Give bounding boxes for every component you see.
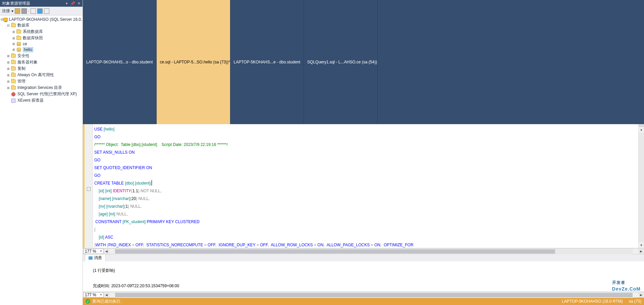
status-user: sa (73): [629, 299, 641, 304]
folder-icon: [11, 86, 16, 90]
toolbar-icon-2[interactable]: [21, 8, 27, 14]
expander-icon[interactable]: ⊞: [6, 86, 11, 90]
folder-icon: [16, 36, 21, 40]
sql-editor[interactable]: − − USE [hello] GO /****** Object: Table…: [83, 124, 644, 248]
folder-icon: [16, 30, 21, 34]
folder-icon: [11, 54, 16, 58]
toolbar-icon-4[interactable]: [37, 8, 43, 14]
tree-node[interactable]: ⊞ce: [1, 41, 82, 47]
tree-node[interactable]: ⊞服务器对象: [1, 59, 82, 65]
object-tree[interactable]: ⊟ LAPTOP-5KOHAHSO (SQL Server 16.0.1000.…: [0, 15, 83, 305]
toolbar-icon-5[interactable]: [44, 8, 49, 14]
success-icon: ✓: [86, 299, 90, 304]
tree-node[interactable]: ⊞管理: [1, 78, 82, 85]
document-tab[interactable]: SQLQuery1.sql - L...AHSO.ce (sa (54))*: [304, 0, 378, 124]
tree-node[interactable]: ⊞hello: [1, 47, 82, 53]
folder-icon: [11, 23, 16, 27]
tree-node[interactable]: ⊞复制: [1, 65, 82, 72]
db-icon: [17, 48, 21, 52]
messages-icon: [89, 256, 93, 260]
tree-label: 数据库快照: [23, 35, 43, 41]
tree-label: 数据库: [17, 22, 30, 28]
expander-icon[interactable]: ⊞: [11, 30, 16, 34]
code-margin: − −: [83, 124, 93, 248]
editor-zoom-row: 177 %▼ ◀▶: [83, 248, 644, 254]
expander-icon[interactable]: ⊞: [6, 61, 11, 64]
message-line: 完成时间: 2023-07-09T22:20:53.1534759+08:00: [93, 282, 634, 290]
folder-icon: [11, 67, 16, 70]
status-server: LAPTOP-5KOHAHSO (16.0 RTM): [562, 299, 623, 304]
expander-icon[interactable]: ⊞: [11, 37, 16, 40]
tree-label: Always On 高可用性: [17, 72, 54, 78]
tree-label: 安全性: [17, 53, 30, 59]
tree-label: ce: [23, 42, 27, 46]
tree-node[interactable]: ⊟数据库: [1, 22, 82, 29]
tree-label: SQL Server 代理(已禁用代理 XP): [17, 91, 77, 97]
folder-icon: [11, 73, 16, 77]
connect-label[interactable]: 连接: [2, 8, 10, 14]
tree-node[interactable]: ⊞安全性: [1, 53, 82, 59]
expander-icon[interactable]: ⊟: [6, 24, 11, 27]
agent-icon: [11, 92, 15, 96]
tree-node[interactable]: ⊞系统数据库: [1, 29, 82, 35]
tree-label: 系统数据库: [23, 29, 43, 35]
horizontal-scrollbar[interactable]: ◀▶: [104, 292, 644, 298]
vertical-scrollbar[interactable]: ▲▼: [638, 124, 644, 248]
status-bar: ✓ 查询已成功执行。 LAPTOP-5KOHAHSO (16.0 RTM) sa…: [83, 298, 644, 305]
fold-button[interactable]: −: [87, 187, 91, 191]
document-tab[interactable]: ce.sql - LAPTOP-5...SO.hello (sa (73))*📌…: [157, 0, 230, 124]
tree-node[interactable]: SQL Server 代理(已禁用代理 XP): [1, 91, 82, 97]
document-tabs: LAPTOP-5KOHAHS...o - dbo.studentce.sql -…: [83, 0, 644, 124]
expander-icon[interactable]: ⊞: [6, 67, 11, 70]
dropdown-icon[interactable]: ▾: [66, 1, 68, 5]
expander-icon[interactable]: ⊞: [11, 42, 16, 46]
zoom-selector[interactable]: 177 %▼: [84, 249, 104, 254]
tree-label: 复制: [17, 66, 25, 71]
tree-label: Integration Services 目录: [17, 85, 62, 91]
horizontal-scrollbar[interactable]: ◀▶: [104, 248, 644, 254]
message-line: (1 行受影响): [93, 267, 634, 274]
expander-icon[interactable]: ⊞: [6, 80, 11, 83]
tree-root[interactable]: ⊟ LAPTOP-5KOHAHSO (SQL Server 16.0.1000.…: [1, 17, 82, 22]
results-tabs: 消息: [83, 254, 644, 261]
sidebar-toolbar: 连接▾ |: [0, 7, 83, 15]
server-icon: [3, 18, 8, 21]
toolbar-icon-1[interactable]: [15, 8, 20, 14]
splitter-icon[interactable]: [639, 124, 644, 127]
document-tab[interactable]: LAPTOP-5KOHAHS...o - dbo.student: [83, 0, 157, 124]
status-message: 查询已成功执行。: [92, 299, 124, 304]
messages-tab[interactable]: 消息: [85, 254, 106, 261]
messages-panel[interactable]: (1 行受影响) 完成时间: 2023-07-09T22:20:53.15347…: [83, 261, 644, 292]
close-icon[interactable]: ✕: [77, 1, 80, 5]
expander-icon[interactable]: ⊞: [6, 54, 11, 58]
tree-node[interactable]: ⊞Integration Services 目录: [1, 85, 82, 91]
tree-node[interactable]: ⊞数据库快照: [1, 35, 82, 41]
tree-label: 管理: [17, 79, 25, 84]
watermark: 开发者DevZe.CoM: [612, 275, 641, 292]
zoom-selector[interactable]: 177 %▼: [84, 292, 104, 298]
tree-node[interactable]: ⊞Always On 高可用性: [1, 72, 82, 78]
pin-icon[interactable]: 📌: [70, 1, 75, 5]
expander-icon[interactable]: ⊞: [6, 73, 11, 77]
tree-label: XEvent 探查器: [17, 98, 44, 103]
sidebar-header: 对象资源管理器 ▾ 📌 ✕: [0, 0, 83, 7]
sidebar-title: 对象资源管理器: [2, 1, 30, 6]
tree-node[interactable]: XEvent 探查器: [1, 97, 82, 104]
server-label: LAPTOP-5KOHAHSO (SQL Server 16.0.1000.6 …: [9, 17, 83, 22]
tree-label: hello: [23, 47, 33, 52]
toolbar-icon-3[interactable]: [31, 8, 36, 14]
code-area[interactable]: USE [hello] GO /****** Object: Table [db…: [93, 124, 638, 248]
folder-icon: [11, 60, 16, 64]
expander-icon[interactable]: ⊞: [11, 48, 16, 51]
xe-icon: [11, 99, 15, 103]
document-tab[interactable]: LAPTOP-5KOHAHS...e - dbo.student: [230, 0, 304, 124]
db-icon: [17, 42, 21, 46]
tree-label: 服务器对象: [17, 59, 38, 65]
connect-dropdown[interactable]: ▾: [11, 9, 13, 13]
object-explorer: 对象资源管理器 ▾ 📌 ✕ 连接▾ | ⊟ LAPTOP-5KOHAHSO (S…: [0, 0, 83, 305]
folder-icon: [11, 80, 16, 83]
messages-zoom-row: 177 %▼ ◀▶: [83, 292, 644, 298]
